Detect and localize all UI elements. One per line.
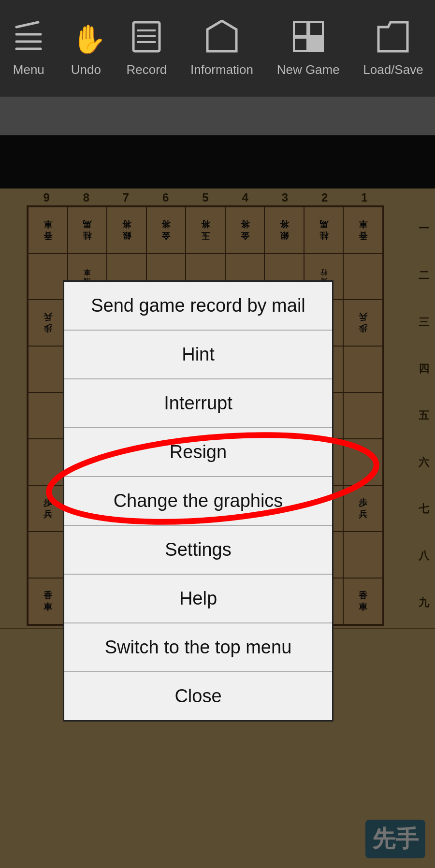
settings-button[interactable]: Settings: [64, 526, 332, 575]
svg-line-0: [16, 22, 38, 27]
toolbar: Menu ✋ Undo Record: [0, 0, 435, 97]
record-label: Record: [127, 62, 167, 77]
new-game-label: New Game: [277, 62, 340, 77]
toolbar-load-save-button[interactable]: Load/Save: [363, 20, 423, 77]
toolbar-record-button[interactable]: Record: [127, 20, 167, 77]
load-save-label: Load/Save: [363, 62, 423, 77]
resign-button[interactable]: Resign: [64, 428, 332, 477]
interrupt-button[interactable]: Interrupt: [64, 379, 332, 428]
close-button[interactable]: Close: [64, 672, 332, 720]
change-graphics-button[interactable]: Change the graphics: [64, 477, 332, 526]
svg-rect-10: [294, 22, 307, 36]
menu-popup: Send game record by mail Hint Interrupt …: [63, 280, 334, 722]
new-game-icon: [291, 20, 325, 58]
toolbar-menu-button[interactable]: Menu: [12, 20, 45, 77]
svg-rect-11: [309, 22, 323, 36]
send-mail-button[interactable]: Send game record by mail: [64, 282, 332, 331]
undo-label: Undo: [71, 62, 101, 77]
svg-marker-9: [207, 21, 236, 51]
board-area: 9 8 7 6 5 4 3 2 1 香車 桂馬 銀将 金将 玉将 金将 銀将 桂…: [0, 97, 435, 868]
svg-text:✋: ✋: [72, 23, 103, 54]
undo-icon: ✋: [69, 20, 103, 58]
menu-label: Menu: [13, 62, 44, 77]
hint-button[interactable]: Hint: [64, 331, 332, 379]
toolbar-information-button[interactable]: Information: [190, 20, 253, 77]
help-button[interactable]: Help: [64, 575, 332, 623]
information-icon: [205, 20, 239, 58]
svg-rect-12: [294, 38, 307, 51]
toolbar-new-game-button[interactable]: New Game: [277, 20, 340, 77]
svg-rect-13: [309, 38, 323, 51]
load-save-icon: [376, 20, 410, 58]
toolbar-undo-button[interactable]: ✋ Undo: [69, 20, 103, 77]
menu-icon: [12, 20, 45, 58]
record-icon: [130, 20, 163, 58]
information-label: Information: [190, 62, 253, 77]
switch-top-menu-button[interactable]: Switch to the top menu: [64, 623, 332, 672]
